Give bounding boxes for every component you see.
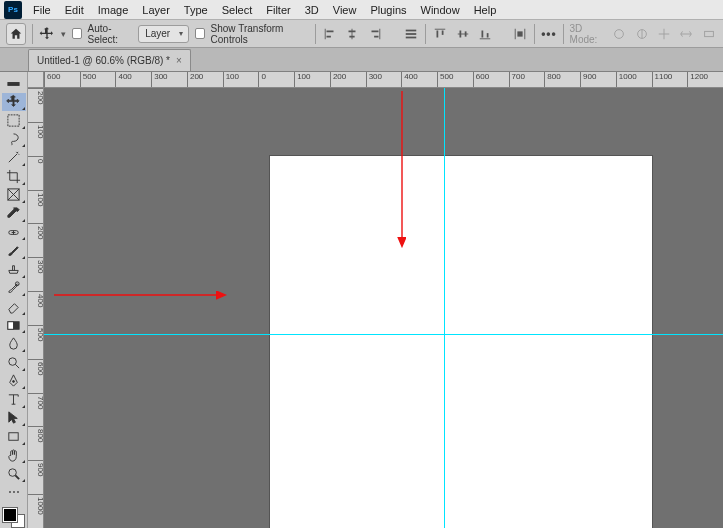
svg-rect-3: [352, 28, 353, 39]
ruler-h-tick: 1200: [687, 72, 708, 88]
guide-vertical[interactable]: [444, 88, 445, 528]
eraser-tool[interactable]: [2, 297, 26, 316]
gradient-tool[interactable]: [2, 316, 26, 335]
align-center-h-icon[interactable]: [344, 24, 360, 44]
ruler-h-tick: 800: [544, 72, 560, 88]
separator: [32, 24, 33, 44]
ruler-h-tick: 1100: [652, 72, 673, 88]
3d-roll-icon: [633, 24, 649, 44]
menu-type[interactable]: Type: [177, 0, 215, 20]
ruler-h-tick: 200: [187, 72, 203, 88]
separator: [425, 24, 426, 44]
document-tab-bar: Untitled-1 @ 60.6% (RGB/8) * ×: [0, 48, 723, 72]
marquee-tool[interactable]: [2, 111, 26, 130]
svg-rect-34: [8, 321, 14, 329]
svg-rect-1: [326, 30, 333, 32]
history-brush-tool[interactable]: [2, 279, 26, 298]
close-tab-icon[interactable]: ×: [176, 55, 182, 66]
menu-3d[interactable]: 3D: [298, 0, 326, 20]
separator: [563, 24, 564, 44]
crop-tool[interactable]: [2, 167, 26, 186]
svg-rect-0: [325, 28, 326, 39]
panel-grip-icon[interactable]: [2, 74, 26, 93]
svg-point-24: [615, 29, 624, 38]
mode-3d-label: 3D Mode:: [570, 23, 606, 45]
frame-tool[interactable]: [2, 186, 26, 205]
show-transform-checkbox[interactable]: [195, 28, 204, 39]
menu-edit[interactable]: Edit: [58, 0, 91, 20]
home-button[interactable]: [6, 23, 26, 45]
magic-wand-tool[interactable]: [2, 148, 26, 167]
rectangle-tool[interactable]: [2, 427, 26, 446]
menu-file[interactable]: File: [26, 0, 58, 20]
menu-select[interactable]: Select: [215, 0, 260, 20]
ruler-h-tick: 1000: [616, 72, 637, 88]
edit-toolbar-icon[interactable]: ⋯: [2, 483, 26, 502]
menu-view[interactable]: View: [326, 0, 364, 20]
move-tool[interactable]: [2, 93, 26, 112]
3d-orbit-icon: [611, 24, 627, 44]
svg-rect-28: [8, 84, 19, 85]
color-swatches[interactable]: [3, 508, 25, 528]
canvas-area: 6005004003002001000100200300400500600700…: [28, 72, 723, 528]
ruler-h-tick: 600: [473, 72, 489, 88]
align-bottom-icon[interactable]: [477, 24, 493, 44]
svg-rect-10: [406, 33, 417, 35]
artboard[interactable]: [270, 156, 652, 528]
more-align-icon[interactable]: [403, 24, 419, 44]
options-bar: ▾ Auto-Select: Layer Show Transform Cont…: [0, 20, 723, 48]
svg-point-38: [9, 469, 17, 477]
blur-tool[interactable]: [2, 334, 26, 353]
menu-image[interactable]: Image: [91, 0, 136, 20]
more-options-icon[interactable]: •••: [541, 27, 557, 41]
ruler-h-tick: 100: [223, 72, 239, 88]
align-right-icon[interactable]: [367, 24, 383, 44]
ruler-h-tick: 600: [44, 72, 60, 88]
brush-tool[interactable]: [2, 241, 26, 260]
zoom-tool[interactable]: [2, 464, 26, 483]
menu-layer[interactable]: Layer: [135, 0, 177, 20]
dropdown-indicator[interactable]: ▾: [61, 29, 66, 39]
ruler-vertical[interactable]: 20010001002003004005006007008009001000: [28, 88, 44, 528]
svg-rect-22: [525, 28, 526, 39]
document-tab[interactable]: Untitled-1 @ 60.6% (RGB/8) * ×: [28, 49, 191, 71]
auto-select-target[interactable]: Layer: [138, 25, 189, 43]
ruler-h-tick: 0: [258, 72, 265, 88]
align-center-v-icon[interactable]: [455, 24, 471, 44]
clone-stamp-tool[interactable]: [2, 260, 26, 279]
svg-rect-20: [487, 33, 489, 37]
pen-tool[interactable]: [2, 372, 26, 391]
dodge-tool[interactable]: [2, 353, 26, 372]
path-selection-tool[interactable]: [2, 409, 26, 428]
menu-plugins[interactable]: Plugins: [363, 0, 413, 20]
svg-rect-27: [8, 82, 19, 83]
ruler-horizontal[interactable]: 6005004003002001000100200300400500600700…: [44, 72, 723, 88]
type-tool[interactable]: [2, 390, 26, 409]
menu-filter[interactable]: Filter: [259, 0, 297, 20]
foreground-color-swatch[interactable]: [3, 508, 17, 522]
svg-rect-37: [9, 433, 18, 441]
svg-rect-19: [482, 30, 484, 37]
hand-tool[interactable]: [2, 446, 26, 465]
auto-select-checkbox[interactable]: [72, 28, 81, 39]
align-left-icon[interactable]: [322, 24, 338, 44]
ruler-h-tick: 900: [580, 72, 596, 88]
ruler-corner[interactable]: [28, 72, 44, 88]
menu-window[interactable]: Window: [414, 0, 467, 20]
svg-rect-9: [406, 29, 417, 31]
menu-bar: Ps FileEditImageLayerTypeSelectFilter3DV…: [0, 0, 723, 20]
menu-help[interactable]: Help: [467, 0, 504, 20]
svg-rect-18: [480, 38, 491, 39]
ruler-v-tick: 200: [28, 223, 44, 239]
ruler-h-tick: 300: [151, 72, 167, 88]
move-tool-icon: [39, 24, 55, 44]
ruler-v-tick: 0: [28, 156, 44, 163]
guide-horizontal[interactable]: [44, 334, 723, 335]
align-top-icon[interactable]: [432, 24, 448, 44]
separator: [315, 24, 316, 44]
lasso-tool[interactable]: [2, 130, 26, 149]
viewport[interactable]: [44, 88, 723, 528]
eyedropper-tool[interactable]: [2, 204, 26, 223]
healing-brush-tool[interactable]: [2, 223, 26, 242]
distribute-icon[interactable]: [512, 24, 528, 44]
